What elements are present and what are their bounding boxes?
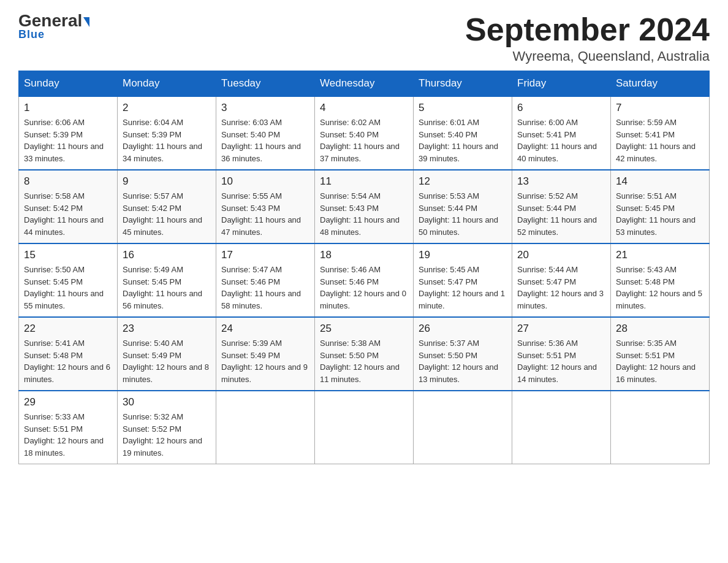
day-info: Sunrise: 6:00 AMSunset: 5:41 PMDaylight:… [517, 117, 605, 164]
day-info: Sunrise: 6:03 AMSunset: 5:40 PMDaylight:… [221, 117, 309, 164]
day-info: Sunrise: 5:46 AMSunset: 5:46 PMDaylight:… [320, 264, 408, 312]
day-number: 9 [123, 175, 211, 188]
calendar-cell: 13Sunrise: 5:52 AMSunset: 5:44 PMDayligh… [512, 170, 611, 243]
day-number: 24 [221, 323, 309, 335]
day-info: Sunrise: 5:54 AMSunset: 5:43 PMDaylight:… [320, 190, 408, 238]
day-number: 21 [616, 249, 704, 261]
calendar-cell [315, 391, 414, 464]
calendar-cell [414, 391, 512, 464]
page-header: General Blue September 2024 Wyreema, Que… [18, 12, 710, 64]
calendar-cell: 10Sunrise: 5:55 AMSunset: 5:43 PMDayligh… [216, 170, 315, 243]
day-number: 16 [123, 249, 211, 261]
day-info: Sunrise: 5:47 AMSunset: 5:46 PMDaylight:… [221, 264, 309, 312]
weekday-header-tuesday: Tuesday [216, 71, 315, 97]
day-info: Sunrise: 5:53 AMSunset: 5:44 PMDaylight:… [419, 190, 507, 238]
calendar-cell: 17Sunrise: 5:47 AMSunset: 5:46 PMDayligh… [216, 243, 315, 317]
day-info: Sunrise: 6:01 AMSunset: 5:40 PMDaylight:… [419, 117, 507, 164]
day-info: Sunrise: 5:50 AMSunset: 5:45 PMDaylight:… [24, 264, 112, 312]
weekday-header-thursday: Thursday [414, 71, 512, 97]
day-info: Sunrise: 5:37 AMSunset: 5:50 PMDaylight:… [419, 337, 507, 385]
day-number: 3 [221, 102, 309, 114]
day-info: Sunrise: 5:39 AMSunset: 5:49 PMDaylight:… [221, 337, 309, 385]
weekday-header-friday: Friday [512, 71, 611, 97]
logo-blue-line: Blue [18, 28, 45, 41]
day-info: Sunrise: 5:38 AMSunset: 5:50 PMDaylight:… [320, 337, 408, 385]
location-text: Wyreema, Queensland, Australia [465, 48, 710, 64]
day-info: Sunrise: 5:35 AMSunset: 5:51 PMDaylight:… [616, 337, 704, 385]
calendar-cell: 25Sunrise: 5:38 AMSunset: 5:50 PMDayligh… [315, 317, 414, 391]
calendar-cell [512, 391, 611, 464]
calendar-cell [611, 391, 710, 464]
calendar-cell: 7Sunrise: 5:59 AMSunset: 5:41 PMDaylight… [611, 96, 710, 170]
day-number: 8 [24, 175, 112, 188]
calendar-table: SundayMondayTuesdayWednesdayThursdayFrid… [18, 71, 710, 464]
day-number: 10 [221, 175, 309, 188]
calendar-cell: 26Sunrise: 5:37 AMSunset: 5:50 PMDayligh… [414, 317, 512, 391]
day-number: 29 [24, 396, 112, 408]
day-number: 27 [517, 323, 605, 335]
calendar-cell [216, 391, 315, 464]
day-number: 22 [24, 323, 112, 335]
day-info: Sunrise: 6:02 AMSunset: 5:40 PMDaylight:… [320, 117, 408, 164]
calendar-header-row: SundayMondayTuesdayWednesdayThursdayFrid… [19, 71, 710, 97]
day-info: Sunrise: 5:40 AMSunset: 5:49 PMDaylight:… [123, 337, 211, 385]
calendar-cell: 21Sunrise: 5:43 AMSunset: 5:48 PMDayligh… [611, 243, 710, 317]
calendar-cell: 5Sunrise: 6:01 AMSunset: 5:40 PMDaylight… [414, 96, 512, 170]
calendar-cell: 4Sunrise: 6:02 AMSunset: 5:40 PMDaylight… [315, 96, 414, 170]
calendar-week-row: 29Sunrise: 5:33 AMSunset: 5:51 PMDayligh… [19, 391, 710, 464]
title-block: September 2024 Wyreema, Queensland, Aust… [465, 12, 710, 64]
day-info: Sunrise: 5:32 AMSunset: 5:52 PMDaylight:… [123, 411, 211, 459]
calendar-week-row: 15Sunrise: 5:50 AMSunset: 5:45 PMDayligh… [19, 243, 710, 317]
day-number: 14 [616, 175, 704, 188]
calendar-cell: 18Sunrise: 5:46 AMSunset: 5:46 PMDayligh… [315, 243, 414, 317]
day-info: Sunrise: 5:51 AMSunset: 5:45 PMDaylight:… [616, 190, 704, 238]
day-info: Sunrise: 5:52 AMSunset: 5:44 PMDaylight:… [517, 190, 605, 238]
day-number: 15 [24, 249, 112, 261]
day-info: Sunrise: 5:44 AMSunset: 5:47 PMDaylight:… [517, 264, 605, 312]
calendar-cell: 16Sunrise: 5:49 AMSunset: 5:45 PMDayligh… [118, 243, 216, 317]
day-info: Sunrise: 5:49 AMSunset: 5:45 PMDaylight:… [123, 264, 211, 312]
day-info: Sunrise: 5:59 AMSunset: 5:41 PMDaylight:… [616, 117, 704, 164]
calendar-cell: 22Sunrise: 5:41 AMSunset: 5:48 PMDayligh… [19, 317, 118, 391]
day-number: 17 [221, 249, 309, 261]
calendar-cell: 6Sunrise: 6:00 AMSunset: 5:41 PMDaylight… [512, 96, 611, 170]
day-number: 25 [320, 323, 408, 335]
day-info: Sunrise: 6:06 AMSunset: 5:39 PMDaylight:… [24, 117, 112, 164]
calendar-cell: 14Sunrise: 5:51 AMSunset: 5:45 PMDayligh… [611, 170, 710, 243]
calendar-cell: 23Sunrise: 5:40 AMSunset: 5:49 PMDayligh… [118, 317, 216, 391]
day-number: 1 [24, 102, 112, 114]
day-number: 20 [517, 249, 605, 261]
day-info: Sunrise: 5:41 AMSunset: 5:48 PMDaylight:… [24, 337, 112, 385]
day-info: Sunrise: 5:45 AMSunset: 5:47 PMDaylight:… [419, 264, 507, 312]
day-number: 7 [616, 102, 704, 114]
day-number: 6 [517, 102, 605, 114]
calendar-week-row: 8Sunrise: 5:58 AMSunset: 5:42 PMDaylight… [19, 170, 710, 243]
calendar-week-row: 22Sunrise: 5:41 AMSunset: 5:48 PMDayligh… [19, 317, 710, 391]
logo-text: General [18, 12, 89, 29]
calendar-cell: 1Sunrise: 6:06 AMSunset: 5:39 PMDaylight… [19, 96, 118, 170]
calendar-cell: 29Sunrise: 5:33 AMSunset: 5:51 PMDayligh… [19, 391, 118, 464]
day-number: 19 [419, 249, 507, 261]
calendar-cell: 24Sunrise: 5:39 AMSunset: 5:49 PMDayligh… [216, 317, 315, 391]
day-info: Sunrise: 5:36 AMSunset: 5:51 PMDaylight:… [517, 337, 605, 385]
logo: General Blue [18, 12, 89, 41]
day-info: Sunrise: 5:55 AMSunset: 5:43 PMDaylight:… [221, 190, 309, 238]
day-number: 18 [320, 249, 408, 261]
weekday-header-saturday: Saturday [611, 71, 710, 97]
weekday-header-sunday: Sunday [19, 71, 118, 97]
weekday-header-monday: Monday [118, 71, 216, 97]
day-number: 4 [320, 102, 408, 114]
day-info: Sunrise: 5:43 AMSunset: 5:48 PMDaylight:… [616, 264, 704, 312]
day-number: 11 [320, 175, 408, 188]
calendar-cell: 19Sunrise: 5:45 AMSunset: 5:47 PMDayligh… [414, 243, 512, 317]
calendar-cell: 3Sunrise: 6:03 AMSunset: 5:40 PMDaylight… [216, 96, 315, 170]
page-title: September 2024 [465, 12, 710, 47]
day-number: 23 [123, 323, 211, 335]
calendar-cell: 8Sunrise: 5:58 AMSunset: 5:42 PMDaylight… [19, 170, 118, 243]
day-number: 2 [123, 102, 211, 114]
calendar-cell: 30Sunrise: 5:32 AMSunset: 5:52 PMDayligh… [118, 391, 216, 464]
weekday-header-wednesday: Wednesday [315, 71, 414, 97]
calendar-body: 1Sunrise: 6:06 AMSunset: 5:39 PMDaylight… [19, 96, 710, 464]
day-number: 12 [419, 175, 507, 188]
calendar-cell: 15Sunrise: 5:50 AMSunset: 5:45 PMDayligh… [19, 243, 118, 317]
